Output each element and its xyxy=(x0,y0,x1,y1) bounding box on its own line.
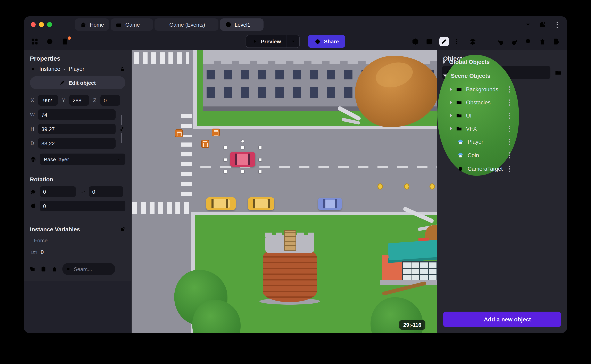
share-button[interactable]: Share xyxy=(308,35,345,48)
edit-scene-properties-icon[interactable] xyxy=(552,38,560,45)
kebab-menu-icon[interactable] xyxy=(506,99,513,106)
chevron-down-icon[interactable] xyxy=(524,21,531,28)
coin-instance[interactable] xyxy=(404,183,409,189)
edit-tool-active[interactable] xyxy=(439,37,449,46)
crate-instance[interactable] xyxy=(212,129,220,136)
folder-row-backgrounds[interactable]: Backgrounds xyxy=(437,83,519,96)
rotation-handle[interactable] xyxy=(241,140,244,143)
grid-icon[interactable] xyxy=(483,38,491,45)
more-options-icon[interactable] xyxy=(554,21,560,28)
link-dimensions-icon[interactable] xyxy=(119,125,125,133)
paste-icon[interactable] xyxy=(40,266,47,272)
object-row-cameratarget[interactable]: CameraTarget xyxy=(437,162,519,176)
open-variables-editor-icon[interactable] xyxy=(120,227,126,232)
global-objects-section[interactable]: Global Objects xyxy=(437,55,519,69)
close-tab-icon[interactable] xyxy=(143,22,148,27)
selection-handle[interactable] xyxy=(259,158,261,161)
lock-icon[interactable] xyxy=(119,66,126,72)
z-input[interactable] xyxy=(100,95,120,106)
tower-instance[interactable] xyxy=(263,251,317,302)
tab-game[interactable]: Game xyxy=(110,19,153,31)
crate-instance[interactable] xyxy=(201,140,209,148)
crosswalk-bottom xyxy=(132,202,190,214)
save-button[interactable] xyxy=(61,38,69,45)
yellow-car-instance[interactable] xyxy=(248,197,274,210)
coin-instance[interactable] xyxy=(430,183,435,189)
zoom-in-icon[interactable] xyxy=(525,38,532,45)
preview-button[interactable]: Preview xyxy=(246,35,300,48)
zoom-window-button[interactable] xyxy=(47,22,52,27)
add-folder-icon[interactable] xyxy=(555,69,562,76)
minimize-window-button[interactable] xyxy=(39,22,44,27)
kebab-menu-icon[interactable] xyxy=(506,139,513,145)
rotation-x-input[interactable] xyxy=(40,186,76,197)
folder-row-obstacles[interactable]: Obstacles xyxy=(437,96,519,109)
x-input[interactable] xyxy=(38,95,58,106)
sprite-thumbnail-icon xyxy=(457,152,464,159)
folder-row-vfx[interactable]: VFX xyxy=(437,122,519,135)
properties-panel-filler xyxy=(24,281,131,333)
coin-instance[interactable] xyxy=(378,183,383,189)
selection-handle[interactable] xyxy=(224,146,227,149)
scene-canvas[interactable]: 29;-116 xyxy=(132,50,437,333)
close-tab-icon[interactable] xyxy=(208,22,213,27)
kebab-menu-icon[interactable] xyxy=(506,125,513,132)
variable-name[interactable]: Force xyxy=(30,235,126,246)
variables-search-input[interactable] xyxy=(74,266,111,272)
edit-object-button[interactable]: Edit object xyxy=(30,76,126,89)
yellow-car-instance[interactable] xyxy=(206,197,236,210)
selection-handle[interactable] xyxy=(241,170,244,173)
tab-game-events[interactable]: Game (Events) xyxy=(154,19,218,31)
depth-input[interactable] xyxy=(38,138,116,149)
copy-icon[interactable] xyxy=(29,266,36,272)
shop-building-instance[interactable] xyxy=(387,240,437,261)
trash-icon[interactable] xyxy=(51,266,58,272)
object-row-coin[interactable]: Coin xyxy=(437,149,519,162)
objects-dice-icon[interactable] xyxy=(425,38,433,45)
panels-layout-icon[interactable] xyxy=(31,38,39,45)
width-input[interactable] xyxy=(38,109,116,120)
close-objects-icon[interactable] xyxy=(555,55,561,61)
layer-select[interactable]: Base layer xyxy=(40,154,126,165)
y-input[interactable] xyxy=(69,95,89,106)
variables-search-field[interactable] xyxy=(62,263,115,275)
redo-icon[interactable] xyxy=(511,38,518,45)
add-new-object-button[interactable]: Add a new object xyxy=(443,312,561,327)
folder-row-ui[interactable]: UI xyxy=(437,109,519,122)
undo-icon[interactable] xyxy=(497,38,505,45)
close-window-button[interactable] xyxy=(31,22,36,27)
object-row-player[interactable]: Player xyxy=(437,135,519,149)
globe-icon xyxy=(315,38,321,45)
blue-car-instance[interactable] xyxy=(318,198,342,210)
selection-box[interactable] xyxy=(225,147,260,172)
kebab-menu-icon[interactable] xyxy=(506,152,513,159)
preview-options-button[interactable] xyxy=(287,39,299,44)
hamburger-menu-icon[interactable] xyxy=(60,20,68,29)
rotation-y-input[interactable] xyxy=(89,186,123,197)
kebab-menu-icon[interactable] xyxy=(506,86,513,92)
preview-button-main[interactable]: Preview xyxy=(246,38,287,45)
selection-handle[interactable] xyxy=(224,158,227,161)
add-variable-icon[interactable] xyxy=(120,266,126,272)
extensions-icon[interactable] xyxy=(539,21,546,28)
rotation-z-input[interactable] xyxy=(40,201,126,211)
height-input[interactable] xyxy=(38,124,116,134)
delete-icon[interactable] xyxy=(538,38,546,45)
3d-view-icon[interactable] xyxy=(412,38,419,45)
properties-list-icon[interactable] xyxy=(455,38,463,45)
close-tab-icon[interactable] xyxy=(254,22,259,27)
variable-value-row[interactable]: 123 0 xyxy=(30,246,126,257)
history-icon[interactable] xyxy=(46,38,54,45)
selection-handle[interactable] xyxy=(241,146,244,149)
tab-home[interactable]: Home xyxy=(75,19,109,31)
selection-handle[interactable] xyxy=(259,146,261,149)
selection-handle[interactable] xyxy=(224,170,227,173)
kebab-menu-icon[interactable] xyxy=(506,166,513,172)
selection-handle[interactable] xyxy=(259,170,261,173)
tab-level1[interactable]: Level1 xyxy=(220,19,264,31)
kebab-menu-icon[interactable] xyxy=(506,112,513,119)
close-properties-icon[interactable] xyxy=(120,55,126,61)
scene-objects-section[interactable]: Scene Objects xyxy=(437,69,519,83)
layers-icon[interactable] xyxy=(469,38,477,45)
crate-instance[interactable] xyxy=(175,129,183,137)
